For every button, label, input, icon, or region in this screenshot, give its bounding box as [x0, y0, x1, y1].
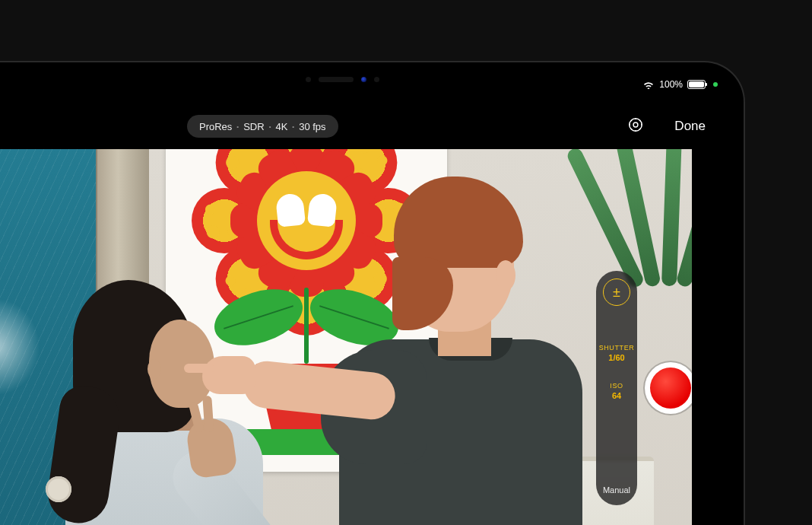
- format-resolution: 4K: [275, 121, 287, 132]
- shutter-label: SHUTTER: [599, 344, 635, 352]
- iso-label: ISO: [610, 382, 623, 390]
- status-bar: 100%: [642, 76, 718, 93]
- ipad-screen: 100% ProRes • SDR • 4K • 30 fps: [0, 73, 733, 525]
- settings-button[interactable]: [625, 116, 646, 137]
- exposure-dial[interactable]: ±: [603, 278, 630, 306]
- format-codec: ProRes: [199, 121, 232, 132]
- front-camera-notch: [293, 76, 392, 82]
- format-range: SDR: [243, 121, 264, 132]
- format-fps: 30 fps: [299, 121, 325, 132]
- recording-format-pill[interactable]: ProRes • SDR • 4K • 30 fps: [187, 115, 338, 138]
- done-button[interactable]: Done: [674, 119, 706, 134]
- ipad-frame: 100% ProRes • SDR • 4K • 30 fps: [0, 61, 745, 525]
- gear-icon: [627, 116, 644, 136]
- exposure-panel[interactable]: ± SHUTTER 1/60 ISO 64 Manual: [596, 271, 637, 505]
- record-icon: [650, 368, 691, 409]
- battery-percent: 100%: [659, 79, 683, 90]
- iso-readout[interactable]: ISO 64: [610, 382, 623, 400]
- camera-in-use-indicator: [713, 82, 718, 87]
- iso-value: 64: [610, 391, 623, 400]
- wifi-icon: [642, 80, 655, 89]
- shutter-readout[interactable]: SHUTTER 1/60: [599, 344, 635, 362]
- svg-point-1: [633, 123, 638, 127]
- exposure-mode-toggle[interactable]: Manual: [603, 485, 630, 495]
- scene-person-left: [43, 266, 255, 525]
- scene-person-right: [309, 190, 567, 525]
- camera-viewfinder[interactable]: FLORIST: [0, 149, 692, 525]
- shutter-value: 1/60: [599, 353, 635, 362]
- top-controls: ProRes • SDR • 4K • 30 fps Done: [0, 111, 733, 142]
- record-button[interactable]: [645, 362, 692, 414]
- battery-icon: [687, 80, 706, 89]
- plus-icon: ±: [613, 285, 620, 299]
